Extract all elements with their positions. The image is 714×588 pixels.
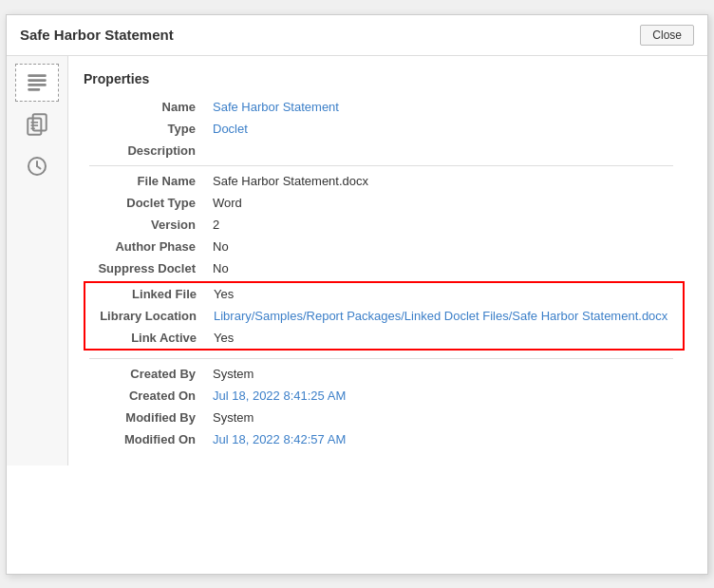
close-button[interactable]: Close <box>640 25 694 46</box>
table-row: Library Location Library/Samples/Report … <box>85 305 684 327</box>
library-location-value: Library/Samples/Report Packages/Linked D… <box>214 309 667 323</box>
type-label: Type <box>84 118 207 140</box>
type-value: Doclet <box>213 122 248 136</box>
table-row: Modified By System <box>84 407 685 428</box>
author-phase-value: No <box>207 236 685 257</box>
dialog-body: Properties Name Safe Harbor Statement Ty… <box>7 56 707 465</box>
svg-rect-2 <box>28 84 47 86</box>
created-on-value: Jul 18, 2022 8:41:25 AM <box>213 389 346 403</box>
version-value: 2 <box>207 214 685 236</box>
main-content: Properties Name Safe Harbor Statement Ty… <box>68 56 707 465</box>
library-location-label: Library Location <box>85 305 208 327</box>
description-value <box>207 140 685 161</box>
suppress-doclet-value: No <box>207 257 685 279</box>
modified-on-label: Modified On <box>84 428 207 450</box>
suppress-doclet-label: Suppress Doclet <box>84 257 207 279</box>
history-icon <box>26 155 48 178</box>
table-row: Suppress Doclet No <box>84 257 685 279</box>
svg-rect-3 <box>28 87 40 90</box>
separator-row <box>84 161 685 170</box>
table-row: Linked File Yes <box>85 282 684 305</box>
table-row: Type Doclet <box>84 118 685 140</box>
table-row: Description <box>84 140 685 161</box>
description-label: Description <box>84 140 207 161</box>
sidebar-item-related[interactable] <box>15 105 59 143</box>
separator-row <box>84 354 685 363</box>
modified-by-label: Modified By <box>84 407 207 428</box>
link-active-label: Link Active <box>85 327 208 350</box>
file-name-value: Safe Harbor Statement.docx <box>207 170 685 192</box>
doclet-type-label: Doclet Type <box>84 192 207 214</box>
doclet-type-value: Word <box>207 192 685 214</box>
table-row: Version 2 <box>84 214 685 236</box>
table-row: Name Safe Harbor Statement <box>84 96 685 118</box>
dialog: Safe Harbor Statement Close <box>6 14 708 575</box>
table-row: File Name Safe Harbor Statement.docx <box>84 170 685 192</box>
dialog-title: Safe Harbor Statement <box>20 27 174 43</box>
table-row: Author Phase No <box>84 236 685 257</box>
section-title: Properties <box>84 71 685 86</box>
modified-on-value: Jul 18, 2022 8:42:57 AM <box>213 432 346 446</box>
properties-table: Name Safe Harbor Statement Type Doclet D… <box>84 96 685 279</box>
sidebar-item-history[interactable] <box>15 147 59 185</box>
svg-rect-5 <box>28 118 41 134</box>
table-row: Doclet Type Word <box>84 192 685 214</box>
created-on-label: Created On <box>84 385 207 407</box>
modified-by-value: System <box>207 407 685 428</box>
file-name-label: File Name <box>84 170 207 192</box>
svg-line-11 <box>37 166 41 169</box>
name-value: Safe Harbor Statement <box>213 100 339 114</box>
table-row: Link Active Yes <box>85 327 684 350</box>
author-phase-label: Author Phase <box>84 236 207 257</box>
name-label: Name <box>84 96 207 118</box>
table-row: Created By System <box>84 363 685 385</box>
table-row: Modified On Jul 18, 2022 8:42:57 AM <box>84 428 685 450</box>
table-row: Created On Jul 18, 2022 8:41:25 AM <box>84 385 685 407</box>
created-by-value: System <box>207 363 685 385</box>
svg-rect-0 <box>28 74 47 77</box>
linked-file-label: Linked File <box>85 282 208 305</box>
highlighted-section: Linked File Yes Library Location Library… <box>84 281 685 351</box>
version-label: Version <box>84 214 207 236</box>
created-by-label: Created By <box>84 363 207 385</box>
linked-file-value: Yes <box>208 282 684 305</box>
sidebar-item-properties[interactable] <box>15 64 59 102</box>
link-active-value: Yes <box>208 327 684 350</box>
properties-icon <box>25 70 49 95</box>
svg-rect-1 <box>28 79 47 82</box>
dialog-titlebar: Safe Harbor Statement Close <box>7 15 707 56</box>
sidebar <box>7 56 68 465</box>
audit-table: Created By System Created On Jul 18, 202… <box>84 354 685 450</box>
related-icon <box>25 112 49 137</box>
